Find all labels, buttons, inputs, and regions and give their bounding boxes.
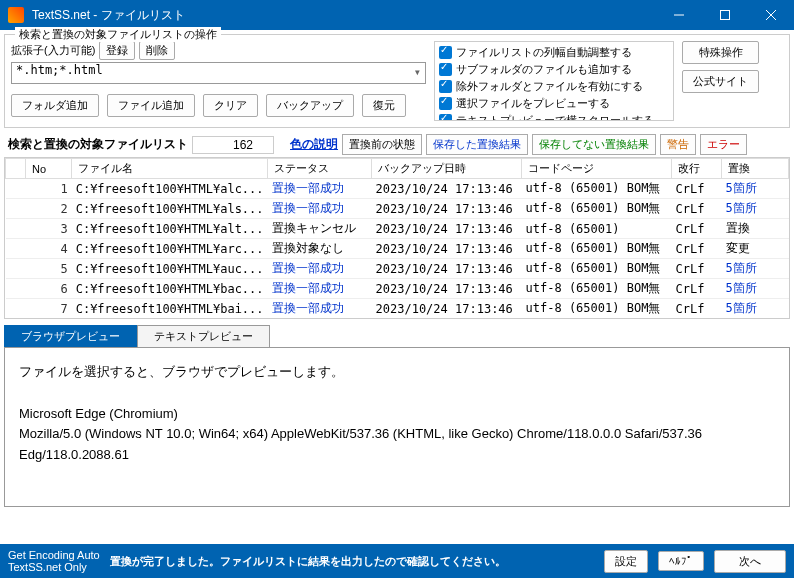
- file-list-panel: 検索と置換の対象ファイルリストの操作 拡張子(入力可能) 登録 削除 *.htm…: [4, 34, 790, 128]
- option-item[interactable]: テキストプレビューで横スクロールする: [437, 112, 671, 121]
- status-app: TextSS.net Only: [8, 561, 100, 573]
- color-info-link[interactable]: 色の説明: [290, 136, 338, 153]
- checkbox-icon: [439, 63, 452, 76]
- preview-tabs: ブラウザプレビュー テキストプレビュー: [4, 325, 790, 347]
- col-backup[interactable]: バックアップ日時: [372, 159, 522, 179]
- add-file-button[interactable]: ファイル追加: [107, 94, 195, 117]
- status-encoding: Get Encoding Auto: [8, 549, 100, 561]
- svg-rect-1: [721, 11, 730, 20]
- col-file[interactable]: ファイル名: [72, 159, 268, 179]
- next-button[interactable]: 次へ: [714, 550, 786, 573]
- options-list[interactable]: ファイルリストの列幅自動調整するサブフォルダのファイルも追加する除外フォルダとフ…: [434, 41, 674, 121]
- preview-browser: Microsoft Edge (Chromium): [19, 404, 775, 425]
- preview-hint: ファイルを選択すると、ブラウザでプレビューします。: [19, 362, 775, 383]
- window-title: TextSS.net - ファイルリスト: [32, 7, 656, 24]
- add-folder-button[interactable]: フォルダ追加: [11, 94, 99, 117]
- ext-delete-button[interactable]: 削除: [139, 41, 175, 60]
- table-row[interactable]: 5C:¥freesoft100¥HTML¥auc...置換一部成功2023/10…: [6, 259, 789, 279]
- statusbar: Get Encoding Auto TextSS.net Only 置換が完了し…: [0, 544, 794, 578]
- option-label: サブフォルダのファイルも追加する: [456, 62, 632, 77]
- ext-label: 拡張子(入力可能): [11, 43, 95, 58]
- option-item[interactable]: ファイルリストの列幅自動調整する: [437, 44, 671, 61]
- maximize-button[interactable]: [702, 0, 748, 30]
- close-button[interactable]: [748, 0, 794, 30]
- status-message: 置換が完了しました。ファイルリストに結果を出力したので確認してください。: [110, 554, 594, 569]
- col-status[interactable]: ステータス: [268, 159, 372, 179]
- table-row[interactable]: 1C:¥freesoft100¥HTML¥alc...置換一部成功2023/10…: [6, 179, 789, 199]
- filter-warn[interactable]: 警告: [660, 134, 696, 155]
- titlebar: TextSS.net - ファイルリスト: [0, 0, 794, 30]
- option-label: ファイルリストの列幅自動調整する: [456, 45, 632, 60]
- tab-text-preview[interactable]: テキストプレビュー: [137, 325, 270, 347]
- option-item[interactable]: サブフォルダのファイルも追加する: [437, 61, 671, 78]
- file-count: 162: [192, 136, 274, 154]
- table-row[interactable]: 6C:¥freesoft100¥HTML¥bac...置換一部成功2023/10…: [6, 279, 789, 299]
- preview-pane: ファイルを選択すると、ブラウザでプレビューします。 Microsoft Edge…: [4, 347, 790, 507]
- filter-error[interactable]: エラー: [700, 134, 747, 155]
- special-ops-button[interactable]: 特殊操作: [682, 41, 759, 64]
- option-label: 除外フォルダとファイルを有効にする: [456, 79, 643, 94]
- official-site-button[interactable]: 公式サイト: [682, 70, 759, 93]
- ext-combobox[interactable]: *.htm;*.html: [11, 62, 426, 84]
- backup-button[interactable]: バックアップ: [266, 94, 354, 117]
- ext-register-button[interactable]: 登録: [99, 41, 135, 60]
- checkbox-icon: [439, 46, 452, 59]
- col-codepage[interactable]: コードページ: [522, 159, 672, 179]
- filter-unsaved[interactable]: 保存してない置換結果: [532, 134, 656, 155]
- minimize-button[interactable]: [656, 0, 702, 30]
- col-no[interactable]: No: [26, 159, 72, 179]
- checkbox-icon: [439, 97, 452, 110]
- app-icon: [8, 7, 24, 23]
- option-item[interactable]: 除外フォルダとファイルを有効にする: [437, 78, 671, 95]
- table-row[interactable]: 3C:¥freesoft100¥HTML¥alt...置換キャンセル2023/1…: [6, 219, 789, 239]
- tab-browser-preview[interactable]: ブラウザプレビュー: [4, 325, 137, 347]
- checkbox-icon: [439, 80, 452, 93]
- col-replace[interactable]: 置換: [722, 159, 789, 179]
- filter-before[interactable]: 置換前の状態: [342, 134, 422, 155]
- settings-button[interactable]: 設定: [604, 550, 648, 573]
- list-label: 検索と置換の対象ファイルリスト: [8, 136, 188, 153]
- table-row[interactable]: 7C:¥freesoft100¥HTML¥bai...置換一部成功2023/10…: [6, 299, 789, 319]
- option-label: 選択ファイルをプレビューする: [456, 96, 610, 111]
- col-newline[interactable]: 改行: [672, 159, 722, 179]
- table-row[interactable]: 2C:¥freesoft100¥HTML¥als...置換一部成功2023/10…: [6, 199, 789, 219]
- help-button[interactable]: ﾍﾙﾌﾟ: [658, 551, 704, 571]
- checkbox-icon: [439, 114, 452, 121]
- preview-ua: Mozilla/5.0 (Windows NT 10.0; Win64; x64…: [19, 424, 775, 466]
- table-row[interactable]: 4C:¥freesoft100¥HTML¥arc...置換対象なし2023/10…: [6, 239, 789, 259]
- clear-button[interactable]: クリア: [203, 94, 258, 117]
- midbar: 検索と置換の対象ファイルリスト 162 色の説明 置換前の状態 保存した置換結果…: [0, 132, 794, 157]
- panel-title: 検索と置換の対象ファイルリストの操作: [15, 27, 221, 42]
- table-row[interactable]: 8C:¥freesoft100¥HTML¥ben...置換全キャンセル2023/…: [6, 319, 789, 320]
- file-grid[interactable]: No ファイル名 ステータス バックアップ日時 コードページ 改行 置換 1C:…: [4, 157, 790, 319]
- restore-button[interactable]: 復元: [362, 94, 406, 117]
- filter-saved[interactable]: 保存した置換結果: [426, 134, 528, 155]
- option-item[interactable]: 選択ファイルをプレビューする: [437, 95, 671, 112]
- option-label: テキストプレビューで横スクロールする: [456, 113, 654, 121]
